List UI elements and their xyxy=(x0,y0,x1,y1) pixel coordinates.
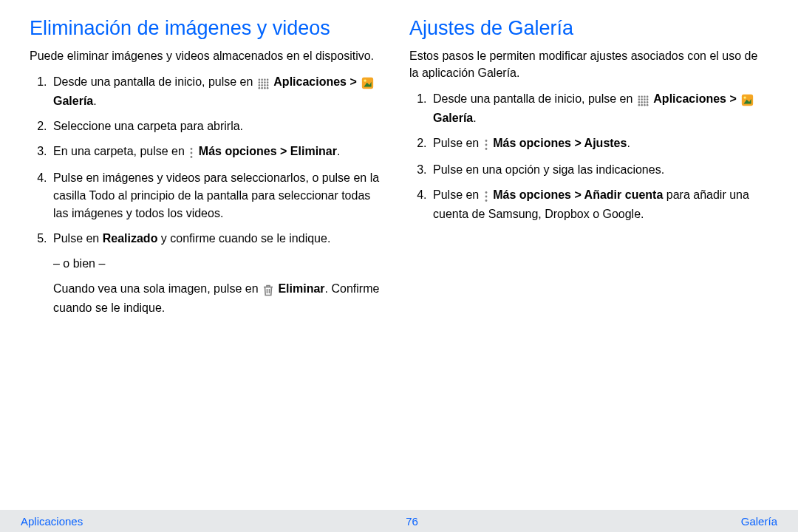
columns: Eliminación de imágenes y videos Puede e… xyxy=(30,16,768,324)
footer-page-number: 76 xyxy=(406,515,418,528)
svg-point-21 xyxy=(638,96,640,98)
svg-point-44 xyxy=(485,200,487,202)
svg-point-7 xyxy=(267,81,269,83)
svg-point-10 xyxy=(264,84,266,86)
svg-point-32 xyxy=(647,101,649,103)
page-footer: Aplicaciones 76 Galería xyxy=(0,510,798,532)
svg-point-27 xyxy=(644,98,646,100)
svg-point-11 xyxy=(267,84,269,86)
svg-point-39 xyxy=(485,140,487,142)
svg-point-24 xyxy=(647,96,649,98)
gallery-label: Galería xyxy=(433,112,473,124)
svg-point-0 xyxy=(258,79,260,81)
steps-settings: Desde una pantalla de inicio, pulse en A… xyxy=(409,90,768,223)
svg-point-13 xyxy=(261,87,263,89)
svg-point-22 xyxy=(641,96,643,98)
svg-point-14 xyxy=(264,87,266,89)
apps-grid-icon xyxy=(638,92,649,109)
svg-point-15 xyxy=(267,87,269,89)
left-column: Eliminación de imágenes y videos Puede e… xyxy=(30,16,389,324)
list-item: Pulse en una opción y siga las indicacio… xyxy=(430,161,768,179)
more-options-label: Más opciones > Añadir cuenta xyxy=(493,188,663,201)
done-label: Realizado xyxy=(103,232,158,245)
svg-point-31 xyxy=(644,101,646,103)
svg-point-38 xyxy=(744,97,746,99)
intro-settings: Estos pasos le permiten modificar ajuste… xyxy=(409,47,768,81)
list-item: Pulse en Más opciones > Ajustes. xyxy=(430,134,768,154)
svg-point-4 xyxy=(258,81,260,83)
step-text: Pulse en xyxy=(433,188,482,201)
right-column: Ajustes de Galería Estos pasos le permit… xyxy=(409,16,768,324)
step-text: Pulse en xyxy=(53,232,103,245)
delete-label: Eliminar xyxy=(278,282,324,295)
svg-point-26 xyxy=(641,98,643,100)
manual-page: Eliminación de imágenes y videos Puede e… xyxy=(0,0,798,532)
gallery-label: Galería xyxy=(53,95,93,107)
or-separator: – o bien – xyxy=(53,255,389,273)
step-text: En una carpeta, pulse en xyxy=(53,145,188,157)
trash-icon xyxy=(263,282,273,299)
svg-point-35 xyxy=(644,104,646,106)
intro-delete: Puede eliminar imágenes y videos almacen… xyxy=(30,47,389,64)
gallery-icon xyxy=(741,92,754,109)
svg-point-42 xyxy=(485,191,487,194)
svg-point-23 xyxy=(644,96,646,98)
list-item: En una carpeta, pulse en Más opciones > … xyxy=(50,143,389,162)
step-text: Desde una pantalla de inicio, pulse en xyxy=(433,92,636,105)
apps-label: Aplicaciones > xyxy=(273,75,360,88)
steps-delete: Desde una pantalla de inicio, pulse en A… xyxy=(30,73,389,317)
gallery-icon xyxy=(361,75,374,92)
period: . xyxy=(337,145,340,157)
svg-point-36 xyxy=(647,104,649,106)
svg-point-29 xyxy=(638,101,640,103)
period: . xyxy=(473,112,476,124)
section-title-delete: Eliminación de imágenes y videos xyxy=(30,16,389,41)
list-item: Seleccione una carpeta para abrirla. xyxy=(50,117,389,135)
svg-point-34 xyxy=(641,104,643,106)
svg-point-12 xyxy=(258,87,260,89)
step-text: Cuando vea una sola imagen, pulse en xyxy=(53,282,262,295)
svg-point-5 xyxy=(261,81,263,83)
svg-point-18 xyxy=(191,148,193,150)
svg-point-20 xyxy=(191,156,193,158)
more-options-label: Más opciones > Eliminar xyxy=(199,145,337,157)
footer-left: Aplicaciones xyxy=(21,515,83,528)
section-title-settings: Ajustes de Galería xyxy=(409,16,768,41)
svg-point-17 xyxy=(364,79,366,81)
svg-point-28 xyxy=(647,98,649,100)
svg-point-19 xyxy=(191,152,193,154)
step-text: Pulse en xyxy=(433,137,482,149)
svg-point-2 xyxy=(264,79,266,81)
more-options-icon xyxy=(189,144,194,162)
period: . xyxy=(93,95,96,107)
step-text: Desde una pantalla de inicio, pulse en xyxy=(53,75,256,88)
list-item: Desde una pantalla de inicio, pulse en A… xyxy=(50,73,389,110)
svg-point-40 xyxy=(485,144,487,146)
more-options-label: Más opciones > Ajustes xyxy=(493,137,627,149)
footer-right: Galería xyxy=(741,515,777,528)
list-item: Pulse en Más opciones > Añadir cuenta pa… xyxy=(430,186,768,223)
svg-point-25 xyxy=(638,98,640,100)
svg-point-30 xyxy=(641,101,643,103)
svg-point-9 xyxy=(261,84,263,86)
svg-point-3 xyxy=(267,79,269,81)
alt-step: Cuando vea una sola imagen, pulse en xyxy=(53,280,389,317)
list-item: Desde una pantalla de inicio, pulse en A… xyxy=(430,90,768,127)
period: . xyxy=(627,137,630,149)
more-options-icon xyxy=(484,188,488,205)
svg-point-41 xyxy=(485,148,487,150)
svg-point-33 xyxy=(638,104,640,106)
step-text: y confirme cuando se le indique. xyxy=(157,232,330,245)
list-item: Pulse en Realizado y confirme cuando se … xyxy=(50,230,389,317)
list-item: Pulse en imágenes y videos para seleccio… xyxy=(50,169,389,222)
svg-point-8 xyxy=(258,84,260,86)
svg-point-1 xyxy=(261,79,263,81)
more-options-icon xyxy=(484,136,488,154)
apps-label: Aplicaciones > xyxy=(653,92,740,105)
svg-point-6 xyxy=(264,81,266,83)
svg-point-43 xyxy=(485,196,487,198)
apps-grid-icon xyxy=(258,75,269,92)
